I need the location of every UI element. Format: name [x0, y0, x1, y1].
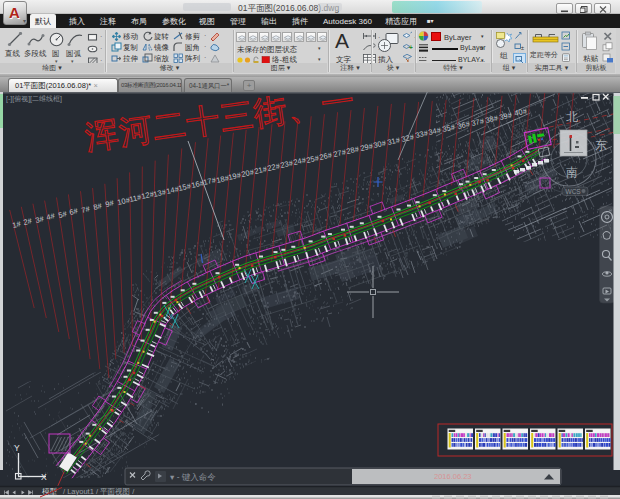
- svg-text:Y: Y: [14, 443, 20, 453]
- svg-text:2016.06.23: 2016.06.23: [434, 472, 472, 481]
- svg-text:北: 北: [566, 110, 578, 124]
- svg-text:东: 东: [595, 138, 607, 152]
- svg-text:▾ - 键入命令: ▾ - 键入命令: [170, 472, 216, 482]
- svg-text:/ Layout1 / 平面视图 /: / Layout1 / 平面视图 /: [63, 487, 135, 496]
- svg-text:南: 南: [566, 165, 578, 179]
- svg-text:±: ±: [521, 45, 525, 51]
- svg-text:WCS: WCS: [566, 188, 582, 195]
- svg-text:+: +: [409, 44, 413, 51]
- svg-text:[-][俯视][二维线框]: [-][俯视][二维线框]: [6, 95, 62, 103]
- svg-text:X: X: [41, 472, 47, 482]
